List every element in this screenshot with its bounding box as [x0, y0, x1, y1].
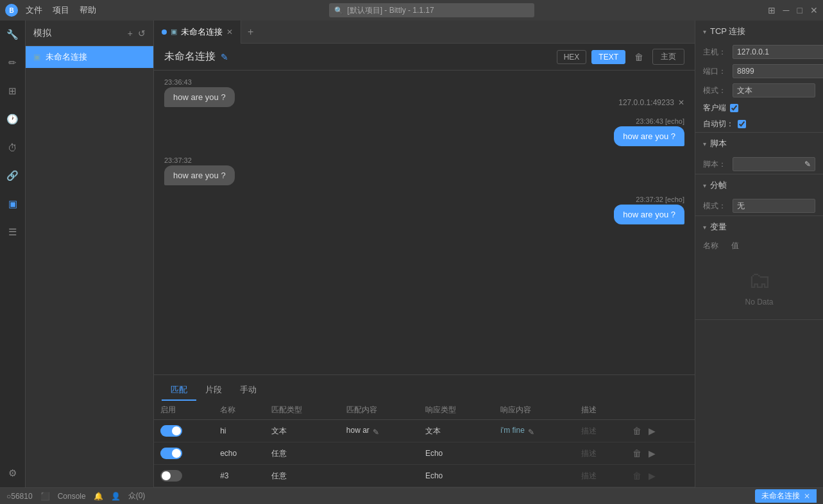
- right-section-script-header[interactable]: ▾ 脚本: [695, 133, 823, 155]
- variable-section-title: 变量: [710, 221, 727, 233]
- tcp-client-checkbox[interactable]: [730, 104, 738, 112]
- toggle-off-3[interactable]: [160, 470, 182, 482]
- main-button[interactable]: 主页: [652, 49, 684, 65]
- sidebar-icon-clock[interactable]: 🕐: [4, 110, 22, 128]
- search-icon: 🔍: [334, 6, 343, 15]
- statusbar-console-label[interactable]: Console: [58, 492, 86, 501]
- tcp-mode-select[interactable]: 文本: [733, 83, 815, 97]
- sidebar-icon-list[interactable]: ☰: [4, 223, 22, 241]
- row1-match-type: 文本: [265, 420, 340, 442]
- script-section-title: 脚本: [710, 138, 727, 149]
- row1-match-edit-icon[interactable]: ✎: [373, 428, 379, 437]
- chat-bubble-2-right: how are you ?: [614, 205, 684, 224]
- row1-name: hi: [214, 420, 264, 442]
- statusbar-tag-close-icon[interactable]: ✕: [804, 492, 810, 501]
- sub-tab-fragment[interactable]: 片段: [196, 380, 231, 401]
- row1-resp-content: i'm fine ✎: [494, 420, 575, 442]
- chat-bubble-2-left: how are you ?: [164, 165, 235, 185]
- sidebar-icon-tool[interactable]: 🔧: [4, 26, 22, 44]
- chat-group-1-right: 23:36:43 [echo] how are you ?: [164, 117, 684, 146]
- titlebar-center: 🔍 [默认项目] - Bittly - 1.1.17: [329, 3, 534, 17]
- main-layout: 🔧 ✏ ⊞ 🕐 ⏱ 🔗 ▣ ☰ ⚙ 模拟 + ↺ ▣ 未命名连接 ▣: [0, 21, 823, 487]
- script-edit-icon[interactable]: ✎: [804, 160, 811, 169]
- sidebar-icon-pencil[interactable]: ✏: [4, 54, 22, 72]
- variable-value-col: 值: [731, 240, 739, 251]
- row3-delete-button[interactable]: 🗑: [630, 469, 644, 482]
- tab-icon: ▣: [171, 28, 177, 36]
- match-table-body: hi 文本 how ar ✎ 文本 i'm fine ✎: [154, 420, 695, 487]
- sidebar-icon-link[interactable]: 🔗: [4, 167, 22, 185]
- page-title-text: 未命名连接: [164, 50, 216, 63]
- framing-chevron-icon: ▾: [703, 182, 706, 189]
- col-match-content: 匹配内容: [340, 401, 419, 420]
- chat-group-2: 23:37:32 how are you ?: [164, 156, 684, 185]
- tcp-host-input[interactable]: [733, 45, 823, 59]
- statusbar-tag-label: 未命名连接: [761, 491, 800, 501]
- row1-play-button[interactable]: ▶: [646, 424, 658, 437]
- titlebar-left: B 文件 项目 帮助: [5, 4, 96, 17]
- no-data-text: No Data: [745, 298, 773, 307]
- minimize-icon[interactable]: ─: [783, 5, 790, 15]
- row1-enabled[interactable]: [154, 420, 214, 442]
- left-panel: 模拟 + ↺ ▣ 未命名连接: [26, 21, 154, 487]
- page-title-edit-icon[interactable]: ✎: [221, 52, 228, 62]
- delete-button[interactable]: 🗑: [631, 51, 647, 63]
- tab-close-button[interactable]: ✕: [226, 28, 233, 37]
- row2-delete-button[interactable]: 🗑: [630, 447, 644, 460]
- tcp-port-field: 端口：: [695, 62, 823, 81]
- maximize-icon[interactable]: □: [797, 5, 802, 15]
- toggle-on-2[interactable]: [160, 448, 182, 459]
- text-button[interactable]: TEXT: [591, 50, 625, 64]
- tab-add-button[interactable]: +: [241, 21, 260, 44]
- titlebar-menu: 文件 项目 帮助: [26, 4, 96, 16]
- left-panel-item-connection[interactable]: ▣ 未命名连接: [26, 46, 153, 68]
- menu-help[interactable]: 帮助: [80, 4, 96, 16]
- hex-button[interactable]: HEX: [557, 50, 587, 64]
- row2-name: echo: [214, 442, 264, 465]
- row2-play-button[interactable]: ▶: [646, 447, 658, 460]
- tab-unnamed-connection[interactable]: ▣ 未命名连接 ✕: [154, 21, 241, 44]
- tcp-section-title: TCP 连接: [710, 26, 745, 37]
- row3-enabled[interactable]: [154, 465, 214, 487]
- tcp-port-input[interactable]: [733, 64, 823, 78]
- row2-enabled[interactable]: [154, 442, 214, 465]
- sub-tab-match[interactable]: 匹配: [162, 380, 196, 401]
- col-actions: [624, 401, 695, 420]
- sub-tab-manual[interactable]: 手动: [231, 380, 266, 401]
- statusbar-connection-tag[interactable]: 未命名连接 ✕: [755, 489, 817, 503]
- close-icon[interactable]: ✕: [810, 5, 818, 15]
- sidebar-icon-timer[interactable]: ⏱: [4, 139, 22, 156]
- row3-desc: 描述: [575, 465, 624, 487]
- row1-delete-button[interactable]: 🗑: [630, 424, 644, 437]
- table-row: #3 任意 Echo 描述 🗑 ▶: [154, 465, 695, 487]
- right-section-tcp-header[interactable]: ▾ TCP 连接: [695, 21, 823, 42]
- sidebar-icon-settings[interactable]: ⚙: [4, 464, 22, 482]
- row1-resp-edit-icon[interactable]: ✎: [528, 428, 534, 437]
- script-input-area[interactable]: ✎: [733, 157, 815, 171]
- menu-project[interactable]: 项目: [53, 4, 69, 16]
- variable-chevron-icon: ▾: [703, 224, 706, 231]
- sidebar-icon-network[interactable]: ▣: [4, 195, 22, 213]
- sidebar-icon-grid[interactable]: ⊞: [4, 82, 22, 100]
- titlebar-search-bar[interactable]: 🔍 [默认项目] - Bittly - 1.1.17: [329, 3, 534, 17]
- chat-timestamp-2-right: 23:37:32 [echo]: [636, 196, 684, 203]
- right-section-variable-header[interactable]: ▾ 变量: [695, 216, 823, 238]
- col-enabled: 启用: [154, 401, 214, 420]
- right-section-framing-header[interactable]: ▾ 分帧: [695, 174, 823, 196]
- row3-play-button[interactable]: ▶: [646, 469, 658, 482]
- framing-mode-select[interactable]: 无: [733, 199, 815, 213]
- toggle-on-1[interactable]: [160, 425, 182, 437]
- table-row: hi 文本 how ar ✎ 文本 i'm fine ✎: [154, 420, 695, 442]
- refresh-connection-button[interactable]: ↺: [138, 28, 146, 38]
- chat-wrapper: 23:36:43 how are you ? 127.0.0.1:49233 ✕…: [154, 71, 695, 487]
- connection-close-icon[interactable]: ✕: [678, 98, 684, 107]
- chat-timestamp-2-left: 23:37:32: [164, 156, 684, 164]
- row2-resp-content: [494, 442, 575, 465]
- pin-icon[interactable]: ⊞: [768, 5, 776, 15]
- tcp-auto-checkbox[interactable]: [738, 120, 746, 128]
- menu-file[interactable]: 文件: [26, 4, 42, 16]
- add-connection-button[interactable]: +: [128, 28, 133, 38]
- statusbar: ○56810 ⬛ Console 🔔 👤 众(0) 未命名连接 ✕: [0, 487, 823, 504]
- col-name: 名称: [214, 401, 264, 420]
- left-panel-header-icons: + ↺: [128, 28, 146, 38]
